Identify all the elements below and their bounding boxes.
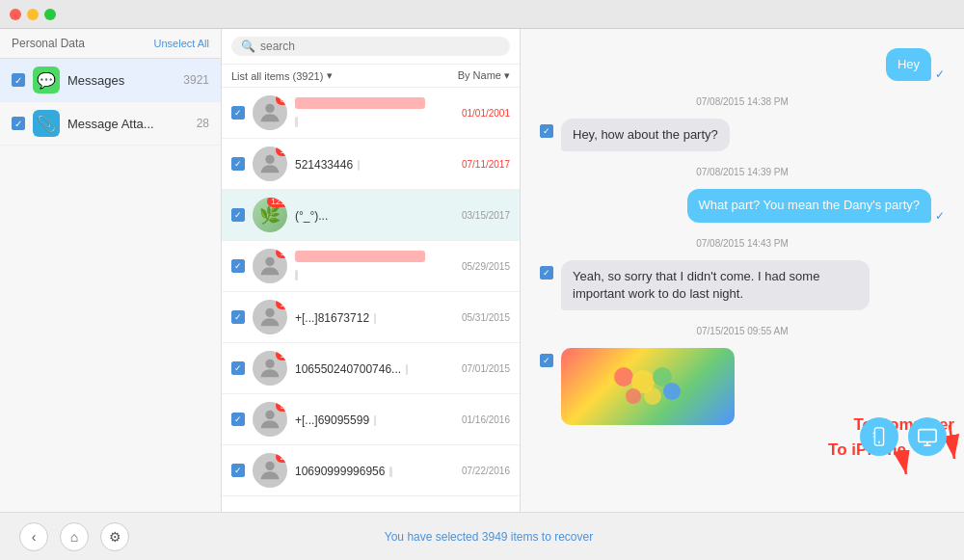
attachments-label: Message Atta... bbox=[67, 117, 197, 131]
svg-point-6 bbox=[265, 462, 274, 470]
conversation-item-3[interactable]: 🌿 121 (°_°)... 03/15/2017 bbox=[222, 190, 520, 241]
back-button[interactable]: ‹ bbox=[19, 522, 48, 551]
svg-rect-19 bbox=[919, 430, 936, 442]
messages-icon: 💬 bbox=[33, 67, 60, 93]
conv-badge-3: 121 bbox=[267, 198, 287, 207]
close-button[interactable] bbox=[10, 9, 21, 20]
svg-point-4 bbox=[265, 360, 274, 368]
message-row-sorry: Yeah, so sorry that I didn't come. I had… bbox=[540, 260, 945, 310]
conv-avatar-7: 5 bbox=[253, 402, 287, 437]
bubble-whatpart: What part? You mean the Dany's party? bbox=[687, 189, 931, 222]
conv-name-5: +[...]81673712 bbox=[295, 311, 369, 325]
main-container: Personal Data Unselect All 💬 Messages 39… bbox=[0, 29, 964, 512]
home-button[interactable]: ⌂ bbox=[60, 522, 89, 551]
conv-date-6: 07/01/2015 bbox=[462, 363, 510, 374]
conv-name-2: 521433446 bbox=[295, 158, 353, 172]
conv-preview-7 bbox=[374, 415, 377, 426]
conv-avatar-6: 1 bbox=[253, 351, 287, 386]
search-icon: 🔍 bbox=[241, 40, 255, 53]
conv-avatar-8: 2 bbox=[253, 453, 287, 488]
conv-checkbox-8[interactable] bbox=[231, 464, 245, 477]
conversation-item[interactable]: 0 01/01/2001 bbox=[222, 88, 520, 139]
attachments-count: 28 bbox=[197, 117, 209, 130]
conv-checkbox-4[interactable] bbox=[231, 259, 245, 273]
conv-preview-4 bbox=[295, 270, 298, 280]
conv-badge-4: 9 bbox=[276, 249, 287, 258]
conv-avatar-4: 9 bbox=[253, 249, 287, 283]
search-container: 🔍 bbox=[222, 29, 520, 65]
timestamp-4: 07/15/2015 09:55 AM bbox=[540, 326, 945, 336]
dropdown-arrow[interactable]: ▾ bbox=[327, 69, 333, 82]
timestamp-3: 07/08/2015 14:43 PM bbox=[540, 238, 945, 249]
msg-checkbox-sorry[interactable] bbox=[540, 266, 553, 280]
svg-point-5 bbox=[265, 411, 274, 419]
svg-point-3 bbox=[265, 308, 274, 317]
tick-hey: ✓ bbox=[935, 67, 945, 81]
conv-badge-8: 2 bbox=[276, 453, 287, 463]
conv-name-4 bbox=[295, 251, 425, 262]
msg-checkbox-party[interactable] bbox=[540, 124, 553, 138]
sort-by[interactable]: By Name ▾ bbox=[458, 69, 510, 82]
conversation-item-7[interactable]: 5 +[...]69095599 01/16/2016 bbox=[222, 394, 520, 445]
conv-info-3: (°_°)... bbox=[295, 206, 458, 224]
conv-date-1: 01/01/2001 bbox=[462, 108, 510, 119]
bottom-bar: ‹ ⌂ ⚙ You have selected 3949 items to re… bbox=[0, 512, 964, 560]
conv-preview-1 bbox=[295, 117, 298, 127]
conv-date-2: 07/11/2017 bbox=[462, 159, 510, 170]
list-count: List all items (3921) bbox=[231, 70, 323, 82]
msg-checkbox-image[interactable] bbox=[540, 354, 553, 367]
conv-checkbox-6[interactable] bbox=[231, 361, 245, 375]
toolbar-left: List all items (3921) ▾ bbox=[231, 69, 333, 82]
svg-point-12 bbox=[644, 387, 661, 405]
sidebar-item-attachments[interactable]: 📎 Message Atta... 28 bbox=[0, 102, 221, 146]
to-computer-button[interactable] bbox=[908, 417, 947, 456]
conv-info-4 bbox=[295, 251, 458, 282]
svg-point-1 bbox=[265, 155, 274, 164]
svg-point-0 bbox=[265, 104, 274, 113]
conv-checkbox-1[interactable] bbox=[231, 106, 245, 120]
conv-checkbox-3[interactable] bbox=[231, 208, 245, 222]
conv-badge-5: 1 bbox=[276, 300, 287, 309]
conv-checkbox-7[interactable] bbox=[231, 413, 245, 426]
conv-name-7: +[...]69095599 bbox=[295, 413, 369, 427]
conv-name-3: (°_°)... bbox=[295, 209, 328, 223]
title-bar bbox=[0, 0, 964, 29]
conv-avatar-2: 1 bbox=[253, 147, 287, 181]
search-box[interactable]: 🔍 bbox=[231, 37, 510, 56]
conversation-item-5[interactable]: 1 +[...]81673712 05/31/2015 bbox=[222, 292, 520, 343]
conversation-item-2[interactable]: 1 521433446 07/11/2017 bbox=[222, 139, 520, 190]
tick-whatpart: ✓ bbox=[935, 209, 945, 223]
conversation-item-8[interactable]: 2 10690999996956 07/22/2016 bbox=[222, 445, 520, 496]
conv-preview-6 bbox=[406, 364, 409, 375]
conv-badge-1: 0 bbox=[276, 95, 287, 105]
attachments-checkbox[interactable] bbox=[12, 117, 25, 130]
minimize-button[interactable] bbox=[27, 9, 39, 20]
search-input[interactable] bbox=[260, 40, 500, 53]
conv-checkbox-2[interactable] bbox=[231, 157, 245, 171]
conv-info-7: +[...]69095599 bbox=[295, 411, 458, 428]
bottom-nav: ‹ ⌂ ⚙ bbox=[19, 522, 129, 551]
conv-info-6: 106550240700746... bbox=[295, 360, 458, 377]
to-iphone-button[interactable] bbox=[860, 417, 898, 456]
maximize-button[interactable] bbox=[44, 9, 56, 20]
message-list: 🔍 List all items (3921) ▾ By Name ▾ 0 bbox=[222, 29, 521, 512]
conv-name-1 bbox=[295, 97, 425, 109]
conv-name-8: 10690999996956 bbox=[295, 465, 385, 478]
settings-button[interactable]: ⚙ bbox=[100, 522, 129, 551]
conversation-item-4[interactable]: 9 05/29/2015 bbox=[222, 241, 520, 292]
selected-count: 3949 bbox=[482, 530, 508, 544]
conv-badge-2: 1 bbox=[276, 147, 287, 156]
sidebar: Personal Data Unselect All 💬 Messages 39… bbox=[0, 29, 222, 512]
svg-point-10 bbox=[663, 383, 681, 400]
conv-checkbox-5[interactable] bbox=[231, 310, 245, 324]
messages-checkbox[interactable] bbox=[12, 73, 25, 87]
message-row-party: Hey, how about the party? bbox=[540, 119, 945, 151]
conv-badge-6: 1 bbox=[276, 351, 287, 360]
unselect-all-button[interactable]: Unselect All bbox=[154, 38, 209, 49]
svg-point-2 bbox=[265, 257, 274, 266]
status-text: You have selected 3949 items to recover bbox=[129, 530, 848, 544]
traffic-lights bbox=[10, 9, 56, 20]
conversation-item-6[interactable]: 1 106550240700746... 07/01/2015 bbox=[222, 343, 520, 394]
conv-name-6: 106550240700746... bbox=[295, 362, 401, 376]
sidebar-item-messages[interactable]: 💬 Messages 3921 bbox=[0, 59, 221, 102]
